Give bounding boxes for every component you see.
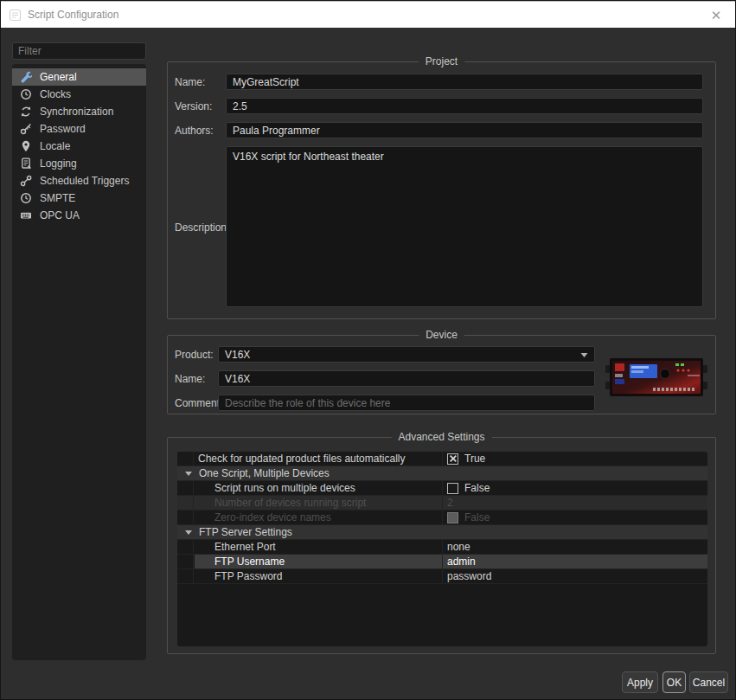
checkbox-unchecked[interactable] <box>447 512 458 523</box>
log-icon <box>20 157 32 170</box>
setting-label: Script runs on multiple devices <box>214 482 355 494</box>
sync-icon <box>20 106 32 118</box>
comment-label: Comment: <box>175 397 222 409</box>
setting-value-cell[interactable]: True <box>443 452 707 466</box>
settings-row[interactable]: Zero-index device namesFalse <box>177 511 707 525</box>
settings-row[interactable]: Ethernet Portnone <box>177 540 707 555</box>
tree-indent <box>177 496 194 510</box>
version-label: Version: <box>175 100 212 112</box>
sidebar-item-label: Password <box>40 123 86 135</box>
device-group: Device Product: V16X Name: Comment: <box>167 335 716 414</box>
setting-value-cell[interactable]: admin <box>443 555 707 568</box>
sidebar-item-label: Locale <box>40 140 70 152</box>
device-comment-input[interactable] <box>218 395 595 411</box>
sidebar-item-opc-ua[interactable]: OPC UA <box>12 207 146 224</box>
app-icon <box>9 9 22 22</box>
setting-value-cell[interactable]: False <box>443 481 707 495</box>
sidebar-item-clocks[interactable]: Clocks <box>12 86 146 103</box>
setting-value-cell[interactable]: password <box>443 569 707 583</box>
setting-value-cell[interactable]: none <box>443 540 707 554</box>
project-version-input[interactable] <box>226 98 703 114</box>
project-description-textarea[interactable]: V16X script for Northeast theater <box>226 146 703 307</box>
setting-value: True <box>464 453 485 465</box>
ok-button[interactable]: OK <box>662 671 686 693</box>
setting-label: FTP Username <box>214 556 285 568</box>
checkbox-checked[interactable] <box>447 453 458 465</box>
sidebar-item-locale[interactable]: Locale <box>12 138 146 155</box>
setting-value: False <box>464 511 490 523</box>
settings-row[interactable]: Check for updated product files automati… <box>177 452 707 466</box>
setting-label: Zero-index device names <box>214 511 331 523</box>
keyboard-icon <box>20 209 32 222</box>
expand-triangle-icon[interactable] <box>185 529 192 536</box>
clock-icon <box>20 88 32 100</box>
setting-value: admin <box>447 556 476 568</box>
wrench-icon <box>20 71 32 83</box>
product-dropdown[interactable]: V16X <box>218 346 595 363</box>
sidebar-item-scheduled-triggers[interactable]: Scheduled Triggers <box>12 172 146 189</box>
sidebar-item-logging[interactable]: Logging <box>12 155 146 172</box>
setting-value-cell[interactable]: False <box>443 511 707 524</box>
setting-label-cell: Number of devices running script <box>177 496 443 510</box>
setting-value: 2 <box>447 497 453 509</box>
setting-label-cell: Zero-index device names <box>177 511 443 524</box>
setting-value-cell[interactable]: 2 <box>443 496 707 510</box>
settings-group-label: FTP Server Settings <box>199 526 292 538</box>
device-name-input[interactable] <box>218 370 595 387</box>
settings-row[interactable]: FTP Passwordpassword <box>177 569 707 584</box>
tree-indent <box>177 569 194 583</box>
advanced-settings-group: Advanced Settings Check for updated prod… <box>167 437 716 654</box>
setting-label-cell: FTP Password <box>177 569 443 583</box>
project-name-input[interactable] <box>226 74 703 90</box>
sidebar-item-label: Clocks <box>40 88 71 100</box>
setting-label: Ethernet Port <box>214 541 276 553</box>
setting-label-cell: Script runs on multiple devices <box>177 481 443 495</box>
setting-label-cell: Ethernet Port <box>177 540 443 554</box>
tree-indent <box>177 511 194 524</box>
clock-icon <box>20 192 32 204</box>
sidebar-item-smpte[interactable]: SMPTE <box>12 189 146 207</box>
sidebar-item-password[interactable]: Password <box>12 120 146 138</box>
sidebar-item-general[interactable]: General <box>12 68 146 86</box>
authors-label: Authors: <box>175 125 214 137</box>
key-icon <box>20 123 32 135</box>
sidebar-item-label: SMPTE <box>40 192 75 204</box>
setting-value: none <box>447 541 470 553</box>
expand-triangle-icon[interactable] <box>185 470 192 477</box>
settings-group-row[interactable]: One Script, Multiple Devices <box>177 466 707 481</box>
setting-label: Check for updated product files automati… <box>198 453 405 465</box>
tree-indent <box>177 555 194 568</box>
checkbox-unchecked[interactable] <box>447 483 458 494</box>
cancel-button[interactable]: Cancel <box>689 671 728 693</box>
project-authors-input[interactable] <box>226 122 703 138</box>
script-configuration-dialog: Script Configuration ✕ GeneralClocksSync… <box>0 0 736 700</box>
settings-row[interactable]: Script runs on multiple devicesFalse <box>177 481 707 496</box>
description-label: Description: <box>175 222 229 234</box>
sidebar-item-label: Synchronization <box>40 106 113 118</box>
apply-button[interactable]: Apply <box>622 671 658 693</box>
product-label: Product: <box>175 349 214 361</box>
pin-icon <box>20 140 32 152</box>
settings-group-label: One Script, Multiple Devices <box>199 467 330 479</box>
settings-row[interactable]: FTP Usernameadmin <box>177 555 707 569</box>
advanced-settings-title: Advanced Settings <box>391 431 491 443</box>
settings-group-row[interactable]: FTP Server Settings <box>177 525 707 540</box>
setting-label-cell: FTP Username <box>177 555 443 568</box>
settings-row[interactable]: Number of devices running script2 <box>177 496 707 511</box>
close-button[interactable]: ✕ <box>707 6 726 25</box>
tree-indent <box>177 481 194 495</box>
filter-input[interactable] <box>12 42 146 60</box>
device-group-title: Device <box>419 329 464 341</box>
chevron-down-icon <box>580 351 588 358</box>
sidebar-item-synchronization[interactable]: Synchronization <box>12 103 146 120</box>
product-dropdown-value: V16X <box>225 349 250 361</box>
tree-indent <box>177 452 194 466</box>
setting-label-cell: Check for updated product files automati… <box>177 452 443 466</box>
setting-label: Number of devices running script <box>214 497 366 509</box>
device-photo <box>605 355 708 400</box>
window-title: Script Configuration <box>28 9 118 21</box>
project-group-title: Project <box>419 55 464 67</box>
titlebar: Script Configuration ✕ <box>1 1 735 28</box>
sidebar-item-label: OPC UA <box>40 209 80 222</box>
name-label: Name: <box>175 76 205 88</box>
